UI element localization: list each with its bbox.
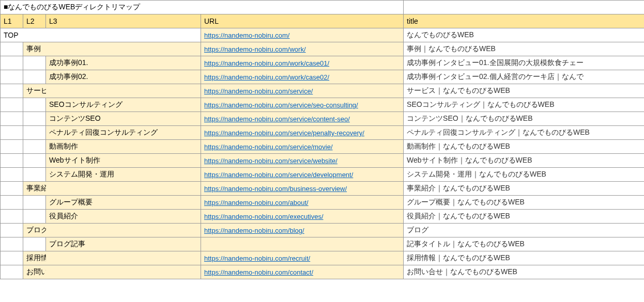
cell-l3: システム開発・運用 bbox=[46, 168, 201, 182]
cell-title: なんでものびるWEB bbox=[404, 28, 644, 42]
title-text: SEOコンサルティング｜なんでものびるWEB bbox=[407, 100, 554, 108]
cell-url: https://nandemo-nobiru.com/business-over… bbox=[201, 182, 404, 196]
title-text: お問い合せ｜なんでものびるWEB bbox=[407, 267, 517, 276]
url-link[interactable]: https://nandemo-nobiru.com/blog/ bbox=[204, 227, 304, 234]
cell-url: https://nandemo-nobiru.com/service/ bbox=[201, 84, 404, 98]
url-link[interactable]: https://nandemo-nobiru.com/work/case01/ bbox=[204, 59, 329, 67]
cell-l2: サービス bbox=[23, 84, 46, 98]
header-l3: L3 bbox=[46, 14, 201, 28]
header-row: L1 L2 L3 URL title bbox=[1, 14, 645, 28]
cell-title: サービス｜なんでものびるWEB bbox=[404, 84, 644, 98]
title-row: ■なんでものびるWEBディレクトリマップ bbox=[1, 1, 645, 14]
cell-title: 採用情報｜なんでものびるWEB bbox=[404, 251, 644, 265]
url-link[interactable]: https://nandemo-nobiru.com/work/case02/ bbox=[204, 73, 329, 81]
cell-l1 bbox=[1, 265, 23, 279]
url-link[interactable]: https://nandemo-nobiru.com/service/devel… bbox=[204, 171, 353, 179]
page-title: ■なんでものびるWEBディレクトリマップ bbox=[4, 3, 140, 11]
cell-l3: Webサイト制作 bbox=[46, 154, 201, 168]
cell-l3: グループ概要 bbox=[46, 196, 201, 210]
cell-title: ブログ bbox=[404, 224, 644, 237]
table-row: 採用情報https://nandemo-nobiru.com/recruit/採… bbox=[1, 251, 645, 265]
url-link[interactable]: https://nandemo-nobiru.com/service/penal… bbox=[204, 129, 364, 137]
table-row: Webサイト制作https://nandemo-nobiru.com/servi… bbox=[1, 154, 645, 168]
cell-l1 bbox=[1, 98, 23, 112]
cell-url: https://nandemo-nobiru.com/executives/ bbox=[201, 210, 404, 224]
cell-l2: 事業紹介 bbox=[23, 182, 46, 196]
url-link[interactable]: https://nandemo-nobiru.com/about/ bbox=[204, 199, 309, 206]
cell-title: 動画制作｜なんでものびるWEB bbox=[404, 140, 644, 154]
url-link[interactable]: https://nandemo-nobiru.com/service/websi… bbox=[204, 157, 338, 165]
cell-l2 bbox=[23, 210, 46, 224]
cell-l1 bbox=[1, 56, 23, 70]
title-text: システム開発・運用｜なんでものびるWEB bbox=[407, 170, 546, 178]
cell-l1 bbox=[1, 196, 23, 210]
cell-l3 bbox=[46, 182, 201, 196]
cell-l1 bbox=[1, 237, 23, 251]
table-row: サービスhttps://nandemo-nobiru.com/service/サ… bbox=[1, 84, 645, 98]
cell-l3: 成功事例01. bbox=[46, 56, 201, 70]
cell-url: https://nandemo-nobiru.com/about/ bbox=[201, 196, 404, 210]
url-link[interactable]: https://nandemo-nobiru.com/executives/ bbox=[204, 213, 324, 220]
cell-l3 bbox=[46, 42, 201, 56]
cell-l3 bbox=[46, 224, 201, 237]
title-text: 採用情報｜なんでものびるWEB bbox=[407, 253, 510, 262]
cell-l1 bbox=[1, 210, 23, 224]
cell-title: 記事タイトル｜なんでものびるWEB bbox=[404, 237, 644, 251]
cell-l2 bbox=[23, 70, 46, 84]
table-row: ブログ記事記事タイトル｜なんでものびるWEB bbox=[1, 237, 645, 251]
cell-l3: 動画制作 bbox=[46, 140, 201, 154]
cell-url: https://nandemo-nobiru.com/work/ bbox=[201, 42, 404, 56]
url-link[interactable]: https://nandemo-nobiru.com/service/seo-c… bbox=[204, 101, 358, 109]
title-text: 動画制作｜なんでものびるWEB bbox=[407, 142, 510, 150]
table-row: ペナルティ回復コンサルティングhttps://nandemo-nobiru.co… bbox=[1, 126, 645, 140]
table-row: お問い合わせhttps://nandemo-nobiru.com/contact… bbox=[1, 265, 645, 279]
cell-url: https://nandemo-nobiru.com/service/penal… bbox=[201, 126, 404, 140]
cell-l1 bbox=[1, 168, 23, 182]
title-text: ペナルティ回復コンサルティング｜なんでものびるWEB bbox=[407, 128, 590, 136]
url-link[interactable]: https://nandemo-nobiru.com/contact/ bbox=[204, 268, 313, 276]
cell-title: SEOコンサルティング｜なんでものびるWEB bbox=[404, 98, 644, 112]
table-row: 役員紹介https://nandemo-nobiru.com/executive… bbox=[1, 210, 645, 224]
table-row: システム開発・運用https://nandemo-nobiru.com/serv… bbox=[1, 168, 645, 182]
cell-l2 bbox=[23, 112, 46, 126]
cell-l3: 成功事例02. bbox=[46, 70, 201, 84]
url-link[interactable]: https://nandemo-nobiru.com/service/conte… bbox=[204, 115, 350, 123]
cell-l1 bbox=[1, 251, 23, 265]
cell-l2 bbox=[23, 140, 46, 154]
cell-url: https://nandemo-nobiru.com/ bbox=[201, 28, 404, 42]
cell-title: コンテンツSEO｜なんでものびるWEB bbox=[404, 112, 644, 126]
cell-l2: お問い合わせ bbox=[23, 265, 46, 279]
cell-title: お問い合せ｜なんでものびるWEB bbox=[404, 265, 644, 279]
title-text: 成功事例インタビュー01.全国展開の大規模飲食チェー bbox=[407, 58, 583, 67]
url-link[interactable]: https://nandemo-nobiru.com/service/movie… bbox=[204, 143, 333, 151]
cell-url bbox=[201, 237, 404, 251]
url-link[interactable]: https://nandemo-nobiru.com/work/ bbox=[204, 45, 306, 53]
title-text: 記事タイトル｜なんでものびるWEB bbox=[407, 240, 525, 248]
cell-l1 bbox=[1, 140, 23, 154]
cell-title: システム開発・運用｜なんでものびるWEB bbox=[404, 168, 644, 182]
title-text: コンテンツSEO｜なんでものびるWEB bbox=[407, 114, 532, 122]
cell-url: https://nandemo-nobiru.com/service/devel… bbox=[201, 168, 404, 182]
url-link[interactable]: https://nandemo-nobiru.com/recruit/ bbox=[204, 255, 310, 262]
cell-url: https://nandemo-nobiru.com/blog/ bbox=[201, 224, 404, 237]
directory-map-table: ■なんでものびるWEBディレクトリマップ L1 L2 L3 URL title … bbox=[0, 0, 644, 279]
url-link[interactable]: https://nandemo-nobiru.com/service/ bbox=[204, 87, 313, 95]
url-link[interactable]: https://nandemo-nobiru.com/business-over… bbox=[204, 185, 347, 193]
table-row: 事業紹介https://nandemo-nobiru.com/business-… bbox=[1, 182, 645, 196]
cell-title: 事例｜なんでものびるWEB bbox=[404, 42, 644, 56]
title-text: Webサイト制作｜なんでものびるWEB bbox=[407, 156, 532, 164]
cell-l2: ブログ bbox=[23, 224, 46, 237]
title-text: 成功事例インタビュー02.個人経営のケーキ店｜なんで bbox=[407, 72, 583, 81]
cell-l3: ペナルティ回復コンサルティング bbox=[46, 126, 201, 140]
url-link[interactable]: https://nandemo-nobiru.com/ bbox=[204, 31, 289, 39]
cell-l3 bbox=[46, 265, 201, 279]
cell-l2 bbox=[23, 126, 46, 140]
table-row: 事例https://nandemo-nobiru.com/work/事例｜なんで… bbox=[1, 42, 645, 56]
cell-l3 bbox=[46, 28, 201, 42]
header-l2: L2 bbox=[23, 14, 46, 28]
title-text: 事例｜なんでものびるWEB bbox=[407, 44, 496, 53]
cell-l2 bbox=[23, 56, 46, 70]
title-text: サービス｜なんでものびるWEB bbox=[407, 86, 510, 94]
cell-l1 bbox=[1, 126, 23, 140]
cell-l2: 事例 bbox=[23, 42, 46, 56]
